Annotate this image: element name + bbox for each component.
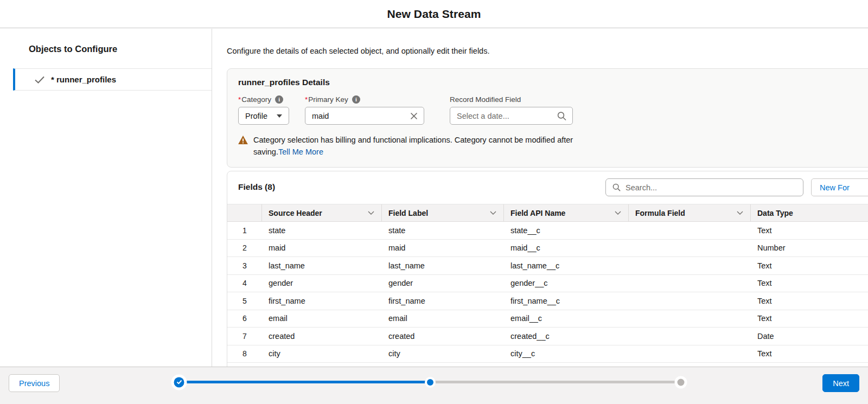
chevron-down-icon[interactable] [490, 211, 496, 215]
warning-triangle-icon [238, 136, 248, 158]
info-icon[interactable]: i [352, 95, 360, 104]
warning-text: Category selection has billing and funct… [253, 134, 590, 158]
table-row: 1 state state state__c Text [227, 222, 868, 240]
progress-fill [179, 381, 430, 383]
required-marker: * [238, 95, 241, 104]
details-form-row: *Category i Profile *Primary Key i [238, 95, 864, 125]
intro-text: Configure the details of each selected o… [227, 47, 868, 55]
column-field-api-name[interactable]: Field API Name [504, 204, 629, 221]
main-content: Configure the details of each selected o… [213, 29, 868, 367]
primary-key-input-wrap [305, 107, 424, 125]
chevron-down-icon[interactable] [615, 211, 621, 215]
column-formula-field[interactable]: Formula Field [629, 204, 751, 221]
record-modified-input[interactable] [450, 107, 572, 124]
search-icon [557, 111, 566, 120]
fields-count-title: Fields (8) [238, 182, 275, 192]
table-row: 6 email email email__c Text [227, 310, 868, 328]
primary-key-field: *Primary Key i [305, 95, 424, 125]
column-field-label[interactable]: Field Label [382, 204, 504, 221]
wizard-progress-bar [179, 381, 681, 383]
primary-key-label: *Primary Key [305, 95, 348, 104]
tell-me-more-link[interactable]: Tell Me More [278, 148, 323, 156]
table-row: 8 city city city__c Text [227, 345, 868, 363]
new-formula-field-button[interactable]: New For [811, 178, 868, 196]
check-icon [176, 380, 182, 384]
object-details-card: runner_profiles Details *Category i Prof… [227, 68, 868, 168]
search-icon [612, 183, 621, 191]
progress-step-upcoming [678, 379, 685, 386]
category-warning: Category selection has billing and funct… [238, 134, 590, 158]
fields-card: Fields (8) New For Source Header Field L… [227, 171, 868, 367]
info-icon[interactable]: i [275, 95, 283, 104]
previous-button[interactable]: Previous [9, 374, 60, 392]
table-row: 2 maid maid maid__c Number [227, 240, 868, 258]
fields-search-box [605, 178, 803, 196]
next-button[interactable]: Next [822, 374, 859, 392]
chevron-down-icon [277, 114, 282, 118]
objects-sidebar: Objects to Configure * runner_profiles [0, 29, 212, 367]
close-icon[interactable] [410, 112, 418, 120]
category-label: *Category [238, 95, 271, 104]
table-row: 4 gender gender gender__c Text [227, 275, 868, 293]
sidebar-item-runner-profiles[interactable]: * runner_profiles [13, 68, 212, 91]
table-row: 7 created created created__c Date [227, 328, 868, 345]
record-modified-input-wrap [450, 107, 573, 125]
sidebar-heading: Objects to Configure [29, 44, 212, 54]
column-source-header[interactable]: Source Header [262, 204, 382, 221]
fields-search-input[interactable] [626, 183, 796, 192]
column-row-number [227, 204, 262, 221]
sidebar-item-label: * runner_profiles [51, 75, 116, 84]
progress-step-completed [174, 377, 184, 387]
chevron-down-icon[interactable] [368, 211, 374, 215]
check-icon [35, 76, 44, 84]
category-dropdown[interactable]: Profile [238, 107, 289, 125]
fields-table-header: Source Header Field Label Field API Name… [227, 204, 868, 222]
primary-key-input[interactable] [305, 107, 424, 124]
progress-step-current [427, 379, 433, 386]
record-modified-field: Record Modified Field [450, 95, 573, 125]
table-row: 3 last_name last_name last_name__c Text [227, 257, 868, 275]
fields-card-header: Fields (8) New For [227, 171, 868, 204]
record-modified-label: Record Modified Field [450, 95, 521, 104]
category-field: *Category i Profile [238, 95, 289, 125]
details-card-title: runner_profiles Details [238, 78, 864, 87]
modal-header: New Data Stream [0, 0, 868, 28]
required-marker: * [305, 95, 308, 104]
wizard-footer: Previous Next [0, 367, 868, 404]
page-title: New Data Stream [387, 8, 481, 21]
category-value: Profile [245, 112, 267, 120]
chevron-down-icon[interactable] [737, 211, 743, 215]
column-data-type[interactable]: Data Type [751, 204, 868, 221]
table-row: 5 first_name first_name first_name__c Te… [227, 292, 868, 310]
